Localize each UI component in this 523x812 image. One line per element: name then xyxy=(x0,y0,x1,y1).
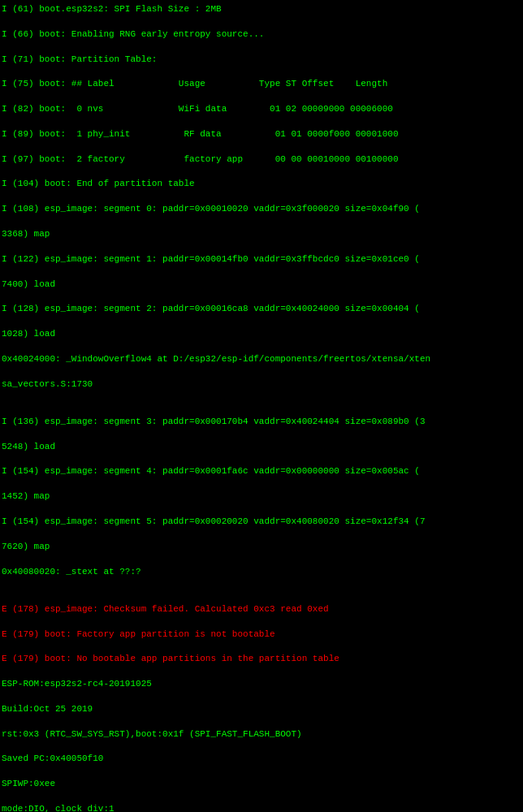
terminal-line: I (136) esp_image: segment 3: paddr=0x00… xyxy=(2,416,521,428)
terminal-output: I (61) boot.esp32s2: SPI Flash Size : 2M… xyxy=(0,0,523,812)
terminal-line: I (66) boot: Enabling RNG early entropy … xyxy=(2,28,521,41)
terminal-line: I (82) boot: 0 nvs WiFi data 01 02 00009… xyxy=(2,103,521,115)
terminal-line: I (61) boot.esp32s2: SPI Flash Size : 2M… xyxy=(2,3,521,15)
terminal-line: E (178) esp_image: Checksum failed. Calc… xyxy=(2,603,521,615)
terminal-line: I (104) boot: End of partition table xyxy=(2,178,521,190)
terminal-line: ESP-ROM:esp32s2-rc4-20191025 xyxy=(2,678,521,690)
terminal-line: I (122) esp_image: segment 1: paddr=0x00… xyxy=(2,253,521,266)
terminal-line: I (89) boot: 1 phy_init RF data 01 01 00… xyxy=(2,128,521,140)
terminal-line: I (128) esp_image: segment 2: paddr=0x00… xyxy=(2,303,521,315)
terminal-line: E (179) boot: Factory app partition is n… xyxy=(2,628,521,641)
terminal-line: 7400) load xyxy=(2,279,521,291)
terminal-line: I (154) esp_image: segment 4: paddr=0x00… xyxy=(2,465,521,477)
terminal-line: 7620) map xyxy=(2,541,521,553)
terminal-line: I (71) boot: Partition Table: xyxy=(2,54,521,66)
terminal-line: mode:DIO, clock div:1 xyxy=(2,803,521,812)
terminal-line: sa_vectors.S:1730 xyxy=(2,378,521,391)
terminal-line: I (108) esp_image: segment 0: paddr=0x00… xyxy=(2,203,521,215)
terminal-line: I (75) boot: ## Label Usage Type ST Offs… xyxy=(2,78,521,90)
terminal-line: rst:0x3 (RTC_SW_SYS_RST),boot:0x1f (SPI_… xyxy=(2,728,521,741)
terminal-line: 1028) load xyxy=(2,328,521,340)
terminal-line: E (179) boot: No bootable app partitions… xyxy=(2,653,521,665)
terminal-line: Saved PC:0x40050f10 xyxy=(2,753,521,765)
terminal-line: 0x40024000: _WindowOverflow4 at D:/esp32… xyxy=(2,353,521,365)
terminal-line: 0x40080020: _stext at ??:? xyxy=(2,566,521,578)
terminal-line: 3368) map xyxy=(2,228,521,240)
terminal-line: Build:Oct 25 2019 xyxy=(2,703,521,715)
terminal-line: SPIWP:0xee xyxy=(2,778,521,790)
terminal-line: 5248) load xyxy=(2,441,521,453)
terminal-line: I (154) esp_image: segment 5: paddr=0x00… xyxy=(2,516,521,528)
terminal-line: I (97) boot: 2 factory factory app 00 00… xyxy=(2,153,521,166)
terminal-line: 1452) map xyxy=(2,490,521,503)
